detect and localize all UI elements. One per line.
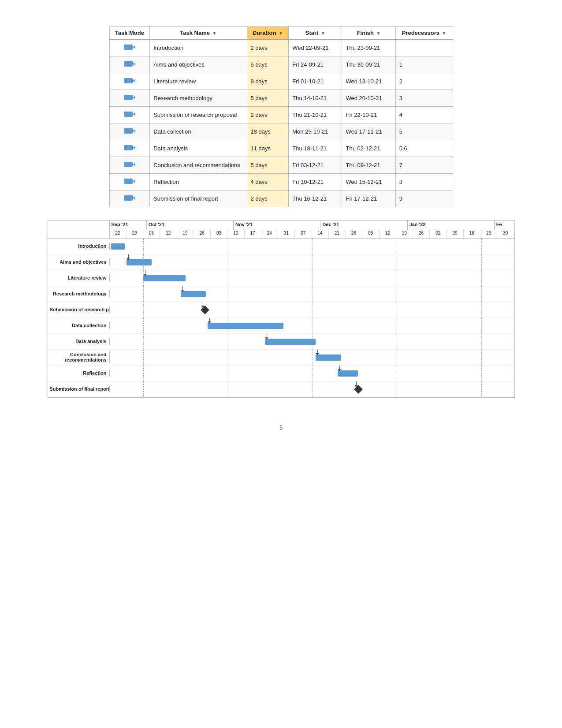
task-start-cell: Thu 16-12-21 xyxy=(289,190,342,207)
task-finish-cell: Thu 23-09-21 xyxy=(342,39,395,56)
gantt-vertical-line xyxy=(397,270,397,286)
gantt-task-label: Literature review xyxy=(48,274,110,281)
task-predecessors-cell xyxy=(395,39,453,56)
gantt-date-cell: 30 xyxy=(497,230,514,238)
gantt-dates-label-placeholder xyxy=(48,230,110,238)
svg-rect-0 xyxy=(124,45,133,50)
gantt-date-cell: 05 xyxy=(143,230,160,238)
table-row: Data collection18 daysMon 25-10-21Wed 17… xyxy=(109,123,453,140)
task-name-cell: Submission of final report xyxy=(150,190,247,207)
gantt-task-row: Data collection xyxy=(48,318,514,334)
svg-marker-17 xyxy=(133,179,135,183)
table-row: Conclusion and recommendations5 daysFri … xyxy=(109,157,453,173)
svg-marker-19 xyxy=(133,196,135,200)
task-predecessors-cell: 8 xyxy=(395,173,453,190)
gantt-task-row: Submission of final report xyxy=(48,381,514,397)
table-row: Submission of research proposal2 daysThu… xyxy=(109,106,453,123)
gantt-task-area xyxy=(110,334,514,349)
gantt-vertical-line xyxy=(313,318,313,333)
start-sort-icon[interactable]: ▼ xyxy=(321,31,325,36)
gantt-vertical-line xyxy=(481,239,482,254)
gantt-date-cell: 10 xyxy=(227,230,244,238)
gantt-arrow-head xyxy=(181,290,184,292)
gantt-task-area xyxy=(110,350,514,365)
gantt-vertical-line xyxy=(228,302,228,317)
gantt-vertical-line xyxy=(481,350,482,365)
task-mode-icon xyxy=(123,93,136,101)
gantt-month-label: Fe xyxy=(495,221,515,230)
gantt-date-cell: 29 xyxy=(127,230,143,238)
gantt-task-label: Research methodology xyxy=(48,290,110,297)
gantt-vertical-line xyxy=(481,286,482,302)
task-duration-cell: 2 days xyxy=(247,190,289,207)
gantt-dates-row: 2229051219260310172431071421280512192602… xyxy=(48,230,514,239)
task-start-cell: Thu 14-10-21 xyxy=(289,90,342,106)
gantt-vertical-line xyxy=(481,366,482,381)
gantt-vertical-line xyxy=(481,334,482,349)
svg-marker-1 xyxy=(133,45,135,49)
gantt-label-placeholder xyxy=(48,221,110,230)
gantt-date-cell: 14 xyxy=(312,230,329,238)
task-finish-cell: Thu 30-09-21 xyxy=(342,56,395,73)
gantt-month-label: Jan '22 xyxy=(408,221,495,230)
duration-sort-icon[interactable]: ▼ xyxy=(279,31,283,36)
task-mode-cell xyxy=(109,56,150,73)
task-start-cell: Thu 18-11-21 xyxy=(289,140,342,157)
gantt-vertical-line xyxy=(143,286,144,302)
gantt-task-area xyxy=(110,286,514,302)
task-mode-icon xyxy=(123,144,136,152)
table-row: Introduction2 daysWed 22-09-21Thu 23-09-… xyxy=(109,39,453,56)
gantt-vertical-line xyxy=(228,286,228,302)
gantt-arrow-head xyxy=(316,353,319,355)
svg-marker-15 xyxy=(133,163,135,166)
table-row: Research methodology5 daysThu 14-10-21We… xyxy=(109,90,453,106)
finish-sort-icon[interactable]: ▼ xyxy=(376,31,381,36)
task-predecessors-cell: 2 xyxy=(395,73,453,90)
task-predecessors-cell: 5,6 xyxy=(395,140,453,157)
task-mode-icon xyxy=(123,127,136,135)
th-finish: Finish ▼ xyxy=(342,27,395,40)
gantt-task-label: Data analysis xyxy=(48,338,110,345)
gantt-vertical-line xyxy=(228,254,228,270)
task-start-cell: Wed 22-09-21 xyxy=(289,39,342,56)
task-predecessors-cell: 5 xyxy=(395,123,453,140)
gantt-vertical-line xyxy=(397,334,397,349)
gantt-bar xyxy=(208,323,284,329)
gantt-arrow-head xyxy=(201,306,205,308)
gantt-vertical-line xyxy=(143,334,144,349)
task-predecessors-cell: 7 xyxy=(395,157,453,173)
gantt-body: IntroductionAims and objectivesLiteratur… xyxy=(48,239,514,397)
gantt-vertical-line xyxy=(397,381,397,397)
task-finish-cell: Wed 15-12-21 xyxy=(342,173,395,190)
gantt-vertical-line xyxy=(481,302,482,317)
svg-rect-14 xyxy=(124,162,133,167)
task-name-cell: Data analysis xyxy=(150,140,247,157)
task-name-sort-icon[interactable]: ▼ xyxy=(212,31,217,36)
gantt-month-label: Sep '21 xyxy=(110,221,147,230)
task-start-cell: Fri 10-12-21 xyxy=(289,173,342,190)
table-row: Aims and objectives5 daysFri 24-09-21Thu… xyxy=(109,56,453,73)
gantt-vertical-line xyxy=(397,254,397,270)
svg-marker-13 xyxy=(133,146,135,149)
gantt-vertical-line xyxy=(143,381,144,397)
th-task-mode: Task Mode xyxy=(109,27,150,40)
gantt-month-label: Oct '21 xyxy=(147,221,234,230)
gantt-vertical-line xyxy=(143,366,144,381)
gantt-vertical-line xyxy=(397,318,397,333)
table-row: Literature review9 daysFri 01-10-21Wed 1… xyxy=(109,73,453,90)
gantt-task-row: Reflection xyxy=(48,366,514,381)
gantt-task-area xyxy=(110,270,514,286)
th-start: Start ▼ xyxy=(289,27,342,40)
task-start-cell: Mon 25-10-21 xyxy=(289,123,342,140)
task-finish-cell: Thu 02-12-21 xyxy=(342,140,395,157)
task-finish-cell: Wed 13-10-21 xyxy=(342,73,395,90)
task-start-cell: Thu 21-10-21 xyxy=(289,106,342,123)
gantt-vertical-line xyxy=(143,239,144,254)
gantt-vertical-line xyxy=(481,318,482,333)
task-mode-cell xyxy=(109,173,150,190)
gantt-task-row: Introduction xyxy=(48,239,514,254)
gantt-vertical-line xyxy=(143,302,144,317)
predecessors-sort-icon[interactable]: ▼ xyxy=(442,31,447,36)
task-mode-cell xyxy=(109,73,150,90)
gantt-vertical-line xyxy=(313,270,313,286)
